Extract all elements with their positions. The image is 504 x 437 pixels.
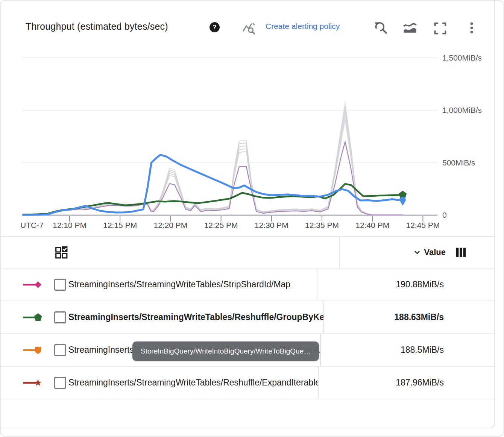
- legend-row-label: StreamingInserts/StreamingWriteTables/Re…: [68, 312, 324, 322]
- tooltip: StoreInBigQuery/WriteIntoBigQuery/WriteT…: [132, 341, 319, 361]
- x-axis-label: 12:40 PM: [355, 221, 389, 229]
- x-axis-label: 12:20 PM: [153, 221, 187, 229]
- fullscreen-icon[interactable]: [433, 21, 447, 35]
- y-axis-label: 0: [442, 211, 447, 219]
- y-axis-label: 1,500MiB/s: [442, 53, 482, 62]
- more-options-icon[interactable]: [465, 21, 478, 35]
- columns-icon[interactable]: [455, 247, 466, 258]
- page: 0500MiB/s1,000MiB/s1,500MiB/s12:10 PM12:…: [0, 0, 504, 437]
- y-axis-label: 500MiB/s: [442, 158, 475, 167]
- x-axis-label: 12:35 PM: [305, 221, 339, 229]
- legend-row-value: 188.63MiB/s: [324, 301, 495, 333]
- select-all-icon[interactable]: [55, 246, 68, 259]
- value-column-header[interactable]: Value: [340, 237, 495, 268]
- y-axis-label: 1,000MiB/s: [442, 106, 482, 114]
- legend-row-checkbox[interactable]: [54, 377, 66, 389]
- legend-row[interactable]: StreamingInserts/StreamingWriteTables/Re…: [0, 367, 495, 399]
- legend-row-label: StreamingInserts/StreamingWriteTables/St…: [68, 279, 290, 290]
- legend-row-checkbox[interactable]: [54, 279, 66, 291]
- zoom-reset-icon[interactable]: [373, 20, 389, 35]
- legend-row-checkbox[interactable]: [54, 311, 66, 323]
- shield-series-marker: [23, 344, 43, 356]
- legend-row-label: StreamingInserts/StreamingWriteTables/Re…: [68, 378, 319, 388]
- help-icon[interactable]: ?: [209, 22, 220, 32]
- area-chart-icon[interactable]: [403, 21, 417, 36]
- value-column-label: Value: [424, 247, 446, 257]
- timezone-label: UTC-7: [20, 221, 44, 229]
- x-axis-label: 12:25 PM: [204, 221, 238, 229]
- x-axis-label: 12:15 PM: [103, 221, 137, 229]
- legend-row-checkbox[interactable]: [54, 344, 66, 356]
- pentagon-series-marker: [23, 311, 43, 323]
- legend-table-header: Value: [0, 237, 495, 269]
- throughput-card: 0500MiB/s1,000MiB/s1,500MiB/s12:10 PM12:…: [0, 0, 495, 428]
- legend-row[interactable]: StreamingInserts/StreamingWriteTables/St…: [0, 269, 495, 301]
- create-alerting-policy-link[interactable]: Create alerting policy: [266, 22, 340, 31]
- x-axis-label: 12:10 PM: [53, 221, 87, 229]
- legend-table: Value StreamingInserts/StreamingWriteTab…: [0, 236, 495, 399]
- star-series-marker: [23, 377, 43, 389]
- series-end-marker-pin-down: [400, 197, 406, 206]
- legend-row[interactable]: StreamingInserts/StreamingWriteTables/Re…: [0, 301, 495, 334]
- diamond-series-marker: [23, 279, 43, 291]
- x-axis-label: 12:45 PM: [406, 221, 440, 229]
- legend-row-value: 188.5MiB/s: [321, 334, 495, 366]
- page-title: Throughput (estimated bytes/sec): [26, 21, 168, 32]
- series-line-background[interactable]: [23, 115, 403, 215]
- x-axis-label: 12:30 PM: [255, 221, 288, 229]
- legend-row-value: 187.96MiB/s: [319, 367, 495, 399]
- sort-chevron-down-icon: [413, 248, 422, 257]
- legend-row-value: 190.88MiB/s: [317, 269, 495, 300]
- explore-chart-icon[interactable]: [242, 21, 256, 36]
